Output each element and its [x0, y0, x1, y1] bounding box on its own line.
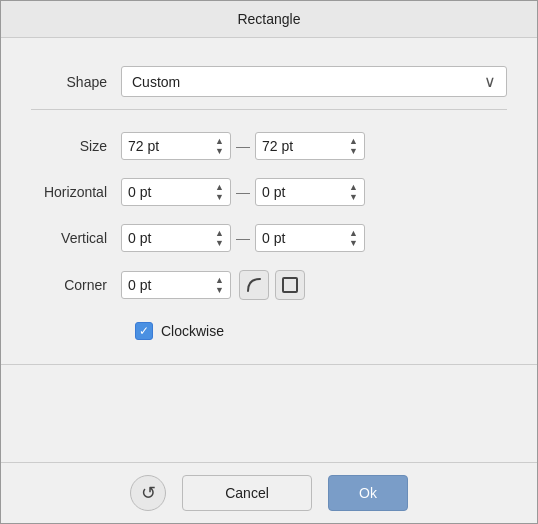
chevron-down-icon: ∨	[484, 72, 496, 91]
horizontal-spin-up-1[interactable]: ▲	[215, 183, 224, 192]
size-spinbox-2[interactable]: 72 pt ▲ ▼	[255, 132, 365, 160]
corner-label: Corner	[31, 277, 121, 293]
horizontal-spin-arrows-1[interactable]: ▲ ▼	[215, 183, 224, 202]
clockwise-checkbox[interactable]: ✓	[135, 322, 153, 340]
cancel-button[interactable]: Cancel	[182, 475, 312, 511]
clockwise-checkbox-wrapper[interactable]: ✓ Clockwise	[135, 322, 224, 340]
horizontal-spinbox-2[interactable]: 0 pt ▲ ▼	[255, 178, 365, 206]
corner-spin-up[interactable]: ▲	[215, 276, 224, 285]
size-spin-down-1[interactable]: ▼	[215, 147, 224, 156]
corner-spin-arrows[interactable]: ▲ ▼	[215, 276, 224, 295]
corner-spinbox[interactable]: 0 pt ▲ ▼	[121, 271, 231, 299]
dialog-title: Rectangle	[1, 1, 537, 38]
corner-value: 0 pt	[128, 277, 211, 293]
size-label: Size	[31, 138, 121, 154]
clockwise-label: Clockwise	[161, 323, 224, 339]
ok-button[interactable]: Ok	[328, 475, 408, 511]
vertical-spin-down-2[interactable]: ▼	[349, 239, 358, 248]
horizontal-row: Horizontal 0 pt ▲ ▼ — 0 pt ▲	[31, 172, 507, 212]
reset-button[interactable]: ↺	[130, 475, 166, 511]
footer-divider	[1, 364, 537, 365]
vertical-dash: —	[231, 230, 255, 246]
horizontal-dash: —	[231, 184, 255, 200]
horizontal-spin-up-2[interactable]: ▲	[349, 183, 358, 192]
horizontal-input-group: 0 pt ▲ ▼ — 0 pt ▲ ▼	[121, 178, 507, 206]
size-dash: —	[231, 138, 255, 154]
horizontal-label: Horizontal	[31, 184, 121, 200]
reset-icon: ↺	[141, 482, 156, 504]
horizontal-spinbox-1[interactable]: 0 pt ▲ ▼	[121, 178, 231, 206]
corner-row: Corner 0 pt ▲ ▼	[31, 264, 507, 306]
vertical-value-1: 0 pt	[128, 230, 211, 246]
vertical-spin-up-2[interactable]: ▲	[349, 229, 358, 238]
cancel-label: Cancel	[225, 485, 269, 501]
rounded-corner-icon	[244, 275, 264, 295]
rounded-corner-button[interactable]	[239, 270, 269, 300]
size-spin-down-2[interactable]: ▼	[349, 147, 358, 156]
svg-rect-0	[283, 278, 297, 292]
horizontal-spin-arrows-2[interactable]: ▲ ▼	[349, 183, 358, 202]
vertical-value-2: 0 pt	[262, 230, 345, 246]
square-corner-button[interactable]	[275, 270, 305, 300]
vertical-spinbox-1[interactable]: 0 pt ▲ ▼	[121, 224, 231, 252]
size-value-2: 72 pt	[262, 138, 345, 154]
size-spin-arrows-1[interactable]: ▲ ▼	[215, 137, 224, 156]
clockwise-row: ✓ Clockwise	[31, 312, 507, 350]
corner-spin-down[interactable]: ▼	[215, 286, 224, 295]
vertical-spin-down-1[interactable]: ▼	[215, 239, 224, 248]
vertical-spin-arrows-2[interactable]: ▲ ▼	[349, 229, 358, 248]
vertical-input-group: 0 pt ▲ ▼ — 0 pt ▲ ▼	[121, 224, 507, 252]
shape-label: Shape	[31, 74, 121, 90]
size-row: Size 72 pt ▲ ▼ — 72 pt ▲ ▼	[31, 126, 507, 166]
corner-style-icons	[239, 270, 305, 300]
square-corner-icon	[280, 275, 300, 295]
size-spin-up-1[interactable]: ▲	[215, 137, 224, 146]
title-text: Rectangle	[237, 11, 300, 27]
horizontal-spin-down-1[interactable]: ▼	[215, 193, 224, 202]
rectangle-dialog: Rectangle Shape Custom ∨ Size 72 pt ▲ ▼	[0, 0, 538, 524]
size-value-1: 72 pt	[128, 138, 211, 154]
vertical-spin-arrows-1[interactable]: ▲ ▼	[215, 229, 224, 248]
checkmark-icon: ✓	[139, 324, 149, 338]
size-spin-up-2[interactable]: ▲	[349, 137, 358, 146]
size-spinbox-1[interactable]: 72 pt ▲ ▼	[121, 132, 231, 160]
vertical-row: Vertical 0 pt ▲ ▼ — 0 pt ▲ ▼	[31, 218, 507, 258]
shape-value: Custom	[132, 74, 484, 90]
shape-row: Shape Custom ∨	[31, 54, 507, 110]
fields-section: Size 72 pt ▲ ▼ — 72 pt ▲ ▼	[31, 122, 507, 350]
dialog-content: Shape Custom ∨ Size 72 pt ▲ ▼	[1, 38, 537, 462]
ok-label: Ok	[359, 485, 377, 501]
vertical-spinbox-2[interactable]: 0 pt ▲ ▼	[255, 224, 365, 252]
horizontal-spin-down-2[interactable]: ▼	[349, 193, 358, 202]
corner-input-group: 0 pt ▲ ▼	[121, 270, 507, 300]
dialog-footer: ↺ Cancel Ok	[1, 462, 537, 523]
vertical-spin-up-1[interactable]: ▲	[215, 229, 224, 238]
vertical-label: Vertical	[31, 230, 121, 246]
size-spin-arrows-2[interactable]: ▲ ▼	[349, 137, 358, 156]
horizontal-value-1: 0 pt	[128, 184, 211, 200]
size-input-group: 72 pt ▲ ▼ — 72 pt ▲ ▼	[121, 132, 507, 160]
shape-dropdown[interactable]: Custom ∨	[121, 66, 507, 97]
horizontal-value-2: 0 pt	[262, 184, 345, 200]
